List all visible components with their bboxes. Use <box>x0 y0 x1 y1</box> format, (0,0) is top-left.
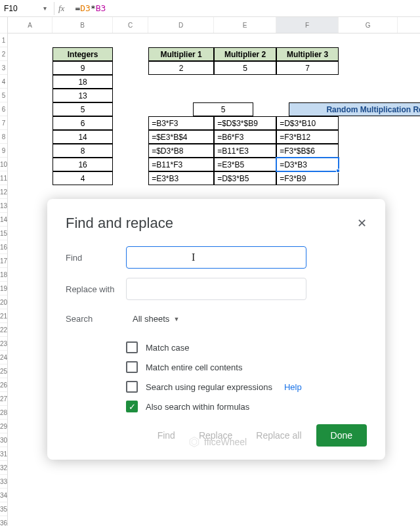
row-header[interactable]: 12 <box>0 185 7 199</box>
cell[interactable] <box>8 516 52 526</box>
cell[interactable] <box>276 502 339 516</box>
cell[interactable] <box>339 61 398 75</box>
cell[interactable] <box>52 185 113 199</box>
cell[interactable] <box>8 351 52 364</box>
multiplier-value[interactable]: 5 <box>214 61 276 75</box>
cell[interactable] <box>339 516 398 526</box>
cell[interactable] <box>214 185 276 199</box>
row-header[interactable]: 14 <box>0 213 7 227</box>
cell[interactable] <box>339 502 398 516</box>
result-cell[interactable]: =E3*B5 <box>214 158 276 171</box>
cell[interactable] <box>8 364 52 378</box>
row-header[interactable]: 5 <box>0 89 7 102</box>
result-cell[interactable]: =$D3*B8 <box>148 144 214 158</box>
cell[interactable] <box>113 489 148 502</box>
cell[interactable] <box>214 489 276 502</box>
result-cell[interactable]: =B6*F3 <box>214 130 276 144</box>
integers-cell[interactable]: 5 <box>193 102 253 116</box>
cell[interactable] <box>113 461 148 475</box>
result-cell[interactable]: =F3*$B$6 <box>276 144 339 158</box>
row-header[interactable]: 25 <box>0 364 7 378</box>
col-header-E[interactable]: E <box>214 17 276 33</box>
row-header[interactable]: 1 <box>0 33 7 47</box>
replace-input[interactable] <box>126 278 306 300</box>
cell[interactable] <box>8 158 52 171</box>
row-header[interactable]: 26 <box>0 378 7 392</box>
result-cell[interactable]: =$D$3*$B9 <box>214 116 276 130</box>
row-header[interactable]: 29 <box>0 420 7 433</box>
cell[interactable] <box>52 461 113 475</box>
row-header[interactable]: 30 <box>0 433 7 447</box>
integers-header[interactable]: Integers <box>52 47 113 61</box>
cell[interactable] <box>8 254 52 268</box>
cell[interactable] <box>8 337 52 351</box>
result-cell[interactable]: =F3*B12 <box>276 130 339 144</box>
row-header[interactable]: 2 <box>0 47 7 61</box>
match-entire-checkbox[interactable] <box>126 361 138 373</box>
row-header[interactable]: 34 <box>0 489 7 502</box>
cell[interactable] <box>339 185 398 199</box>
done-button[interactable]: Done <box>316 424 367 447</box>
cell[interactable] <box>8 433 52 447</box>
within-formulas-checkbox[interactable]: ✓ <box>126 401 138 412</box>
col-header-A[interactable]: A <box>8 17 52 33</box>
multiplier-header[interactable]: Multiplier 3 <box>276 47 339 61</box>
select-all-corner[interactable] <box>0 17 7 33</box>
cell[interactable] <box>8 282 52 296</box>
replace-all-button[interactable]: Replace all <box>247 425 310 446</box>
cell[interactable] <box>148 185 214 199</box>
selection-handle[interactable] <box>336 169 340 173</box>
multiplier-value[interactable]: 2 <box>148 61 214 75</box>
cell[interactable] <box>113 130 148 144</box>
cell[interactable] <box>113 47 148 61</box>
cell[interactable] <box>8 240 52 254</box>
row-header[interactable]: 27 <box>0 392 7 406</box>
cell[interactable] <box>113 33 148 47</box>
cell[interactable] <box>148 516 214 526</box>
cell[interactable] <box>214 89 276 102</box>
cell[interactable] <box>339 33 398 47</box>
cell[interactable] <box>8 475 52 489</box>
integers-cell[interactable]: 13 <box>52 89 113 102</box>
cell[interactable] <box>339 489 398 502</box>
cell[interactable] <box>113 144 148 158</box>
cell[interactable] <box>52 516 113 526</box>
col-header-F[interactable]: F <box>276 17 339 33</box>
cell[interactable] <box>113 185 148 199</box>
cell[interactable] <box>113 89 148 102</box>
cell[interactable] <box>339 475 398 489</box>
row-header[interactable]: 11 <box>0 171 7 185</box>
cell[interactable] <box>276 185 339 199</box>
row-header[interactable]: 10 <box>0 158 7 171</box>
row-header[interactable]: 24 <box>0 351 7 364</box>
cell[interactable] <box>8 47 52 61</box>
search-scope-dropdown[interactable]: All sheets ▼ <box>126 309 186 328</box>
cell[interactable] <box>214 475 276 489</box>
result-cell[interactable]: =$E3*B$4 <box>148 130 214 144</box>
integers-cell[interactable]: 4 <box>52 171 113 185</box>
cell[interactable] <box>148 502 214 516</box>
cell[interactable] <box>339 171 398 185</box>
cell[interactable] <box>339 144 398 158</box>
cell[interactable] <box>8 116 52 130</box>
cell[interactable] <box>113 502 148 516</box>
cell[interactable] <box>8 461 52 475</box>
cell[interactable] <box>276 461 339 475</box>
cell[interactable] <box>339 158 398 171</box>
cell[interactable] <box>113 75 148 89</box>
cell[interactable] <box>148 475 214 489</box>
row-header[interactable]: 23 <box>0 337 7 351</box>
cell[interactable] <box>214 33 276 47</box>
row-header[interactable]: 6 <box>0 102 7 116</box>
result-cell[interactable]: =D$3*B10 <box>276 116 339 130</box>
cell[interactable] <box>339 116 398 130</box>
col-header-C[interactable]: C <box>113 17 148 33</box>
result-cell[interactable]: =B3*F3 <box>148 116 214 130</box>
cell[interactable] <box>339 47 398 61</box>
formula-bar[interactable]: =D3*B3 <box>71 1 420 15</box>
cell[interactable] <box>8 89 52 102</box>
row-header[interactable]: 28 <box>0 406 7 420</box>
cell[interactable] <box>276 489 339 502</box>
row-header[interactable]: 35 <box>0 502 7 516</box>
cell[interactable] <box>8 323 52 337</box>
